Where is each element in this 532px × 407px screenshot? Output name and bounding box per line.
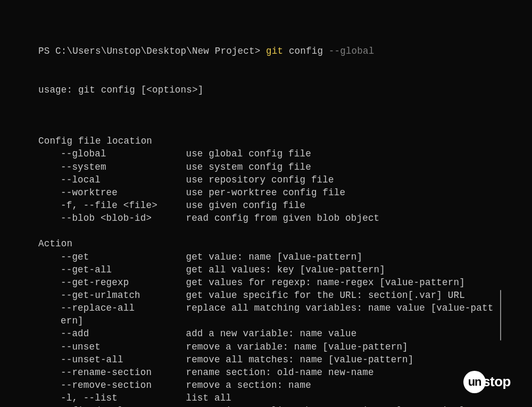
option-flag: --remove-section [61,380,186,391]
option-flag: --unset [61,342,186,352]
option-line: --unset-all remove all matches: name [va… [38,353,494,366]
option-desc: get value specific for the URL: section[… [186,290,464,301]
option-line: -l, --list list all [38,392,494,404]
option-flag: --worktree [61,187,186,198]
option-flag: -f, --file <file> [61,200,186,211]
option-line: --global use global config file [38,147,494,160]
option-desc: use global config file [186,148,311,159]
option-flag: --add [61,328,186,339]
terminal-output: PS C:\Users\Unstop\Desktop\New Project> … [38,19,494,407]
section-title: Action [38,237,494,250]
option-line: --unset remove a variable: name [value-p… [38,340,494,353]
option-desc: rename section: old-name new-name [186,367,373,378]
option-flag: --get [61,252,186,262]
option-desc: remove a variable: name [value-pattern] [186,342,408,352]
option-flag: --get-all [61,264,186,275]
option-desc: read config from given blob object [186,213,379,223]
option-line: --add add a new variable: name value [38,327,494,340]
logo-circle-icon: un [463,371,486,393]
section-title: Config file location [38,135,494,147]
option-line: --worktree use per-worktree config file [38,186,494,199]
option-line: --system use system config file [38,161,494,173]
option-line: --fixed-value use string equality when c… [38,404,494,407]
option-line: --get-urlmatch get value specific for th… [38,289,494,302]
option-flag: --get-urlmatch [61,290,186,301]
command-git: git [266,46,283,56]
option-desc: remove all matches: name [value-pattern] [186,354,413,365]
help-section: Config file location--global use global … [38,135,494,225]
option-flag: --get-regexp [61,277,186,288]
option-desc: use per-worktree config file [186,187,345,198]
usage-line: usage: git config [<options>] [38,84,494,96]
option-desc: list all [186,393,231,403]
option-line: --remove-section remove a section: name [38,379,494,392]
option-desc: use system config file [186,162,311,172]
option-desc: get values for regexp: name-regex [value… [186,277,464,288]
logo-text: stop [483,372,511,392]
option-flag: --unset-all [61,354,186,365]
option-flag: -l, --list [61,393,186,403]
help-section: Action--get get value: name [value-patte… [38,237,494,407]
option-line: --replace-all replace all matching varia… [38,302,494,327]
brand-logo: un stop [463,371,511,393]
option-line: --get-all get all values: key [value-pat… [38,263,494,276]
option-desc: get value: name [value-pattern] [186,252,362,262]
option-line: --get-regexp get values for regexp: name… [38,276,494,289]
option-flag: --replace-all [61,303,186,313]
option-flag: --local [61,175,186,185]
help-sections: Config file location--global use global … [38,135,494,407]
option-desc: remove a section: name [186,380,311,391]
command-rest: config [283,46,329,56]
option-flag: --rename-section [61,367,186,378]
prompt-prefix: PS C:\Users\Unstop\Desktop\New Project> [38,46,266,56]
command-flag: --global [329,46,375,56]
option-desc: use repository config file [186,175,334,185]
option-line: --local use repository config file [38,173,494,186]
option-flag: --global [61,148,186,159]
option-desc: use given config file [186,200,305,211]
option-flag: --blob <blob-id> [61,213,186,223]
option-flag: --system [61,162,186,172]
option-line: -f, --file <file> use given config file [38,199,494,212]
option-desc: add a new variable: name value [186,328,356,339]
scrollbar[interactable] [500,290,501,340]
option-line: --get get value: name [value-pattern] [38,251,494,263]
option-line: --rename-section rename section: old-nam… [38,366,494,379]
prompt-line: PS C:\Users\Unstop\Desktop\New Project> … [38,45,494,57]
option-desc: get all values: key [value-pattern] [186,264,385,275]
option-line: --blob <blob-id> read config from given … [38,212,494,225]
